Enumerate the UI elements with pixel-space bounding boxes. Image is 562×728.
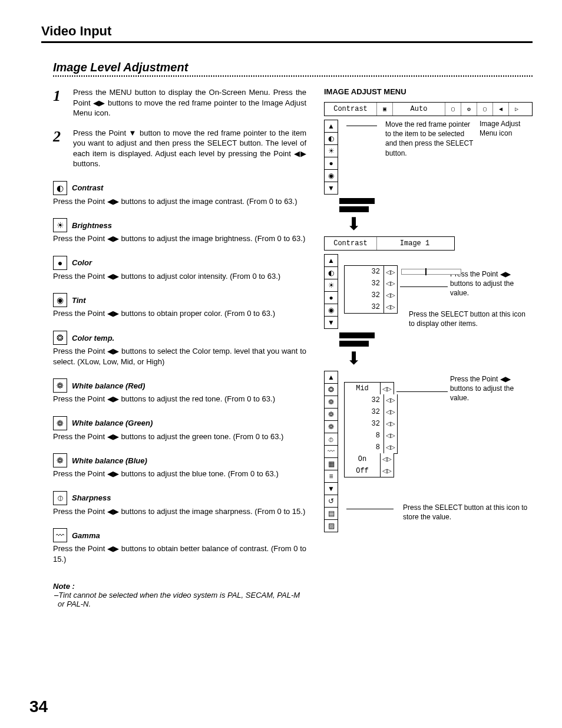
adjustment-wb-green: ❁ White balance (Green) Press the Point … — [53, 416, 306, 442]
menu-icon[interactable]: ▦ — [324, 458, 338, 470]
adjustment-wb-blue: ❁ White balance (Blue) Press the Point ◀… — [53, 453, 306, 479]
adjustment-desc: Press the Point ◀▶ buttons to adjust the… — [53, 506, 306, 517]
osd-icon: ◀ — [493, 103, 509, 116]
adjustment-brightness: ☀ Brightness Press the Point ◀▶ buttons … — [53, 218, 306, 244]
adjustment-tint: ◉ Tint Press the Point ◀▶ buttons to obt… — [53, 293, 306, 319]
color-icon[interactable]: ● — [324, 157, 338, 170]
slider[interactable] — [401, 269, 461, 275]
adjustment-desc: Press the Point ◀▶ buttons to obtain pro… — [53, 308, 306, 319]
value-box: Mid — [344, 382, 381, 395]
lr-adjust[interactable]: ◁▷ — [384, 394, 398, 407]
up-arrow-icon[interactable]: ▲ — [324, 371, 338, 384]
osd-auto-label: Auto — [393, 103, 445, 116]
adjustment-label: Color — [72, 258, 92, 267]
osd-icon: ▢ — [445, 103, 461, 116]
sharpness-icon: ⦶ — [53, 491, 67, 505]
black-bars — [339, 332, 533, 347]
step-2: 2 Press the Point ▼ button to move the r… — [53, 128, 306, 169]
lr-adjust[interactable]: ◁▷ — [384, 278, 398, 290]
value-box: 32 — [344, 394, 384, 407]
adjustment-desc: Press the Point ◀▶ buttons to adjust the… — [53, 394, 306, 404]
value-box: Off — [344, 465, 381, 477]
contrast-icon[interactable]: ◐ — [324, 267, 338, 279]
lr-adjust[interactable]: ◁▷ — [384, 406, 398, 419]
store-icon[interactable]: ▤ — [324, 508, 338, 520]
adjustment-color: ● Color Press the Point ◀▶ buttons to ad… — [53, 256, 306, 282]
annotation-move: Move the red frame pointer to the item t… — [385, 120, 474, 158]
osd-icon-column: ▲ ◐ ☀ ● ◉ ▼ — [324, 254, 337, 329]
color-icon[interactable]: ● — [324, 292, 338, 304]
osd-icon-column: ▲ ❂ ❁ ❁ ❁ ⦶ 〰 ▦ ≡ ▼ ↺ ▤ ▨ — [324, 371, 337, 532]
colortemp-icon[interactable]: ❂ — [324, 384, 338, 396]
section-title: Image Level Adjustment — [53, 61, 533, 77]
up-arrow-icon[interactable]: ▲ — [324, 120, 338, 133]
down-arrow-icon: ⬇ — [346, 350, 533, 366]
lr-adjust[interactable]: ◁▷ — [381, 382, 394, 395]
value-box: 32 — [344, 265, 384, 278]
gamma-icon[interactable]: 〰 — [324, 446, 338, 458]
value-box: 32 — [344, 406, 384, 419]
lr-adjust[interactable]: ◁▷ — [384, 265, 398, 278]
wb-blue-icon[interactable]: ❁ — [324, 421, 338, 433]
down-arrow-icon: ⬇ — [346, 216, 533, 232]
osd-icon: ❂ — [461, 103, 477, 116]
lr-adjust[interactable]: ◁▷ — [384, 301, 398, 314]
adjustment-label: Brightness — [72, 221, 112, 230]
down-arrow-icon[interactable]: ▼ — [324, 317, 338, 329]
adjustment-desc: Press the Point ◀▶ buttons to adjust the… — [53, 233, 306, 244]
wb-green-icon[interactable]: ❁ — [324, 409, 338, 421]
brightness-icon[interactable]: ☀ — [324, 145, 338, 157]
lr-adjust[interactable]: ◁▷ — [384, 442, 398, 454]
value-box: 8 — [344, 430, 384, 442]
adjustment-desc: Press the Point ◀▶ buttons to adjust the… — [53, 196, 306, 207]
down-arrow-icon[interactable]: ▼ — [324, 182, 338, 195]
osd-top-bar: Contrast ▣ Auto ▢ ❂ ▢ ◀ ▷ — [324, 102, 533, 116]
value-box: 32 — [344, 278, 384, 290]
note-text: –Tint cannot be selected when the video … — [58, 591, 306, 608]
value-box: On — [344, 453, 381, 466]
osd-icon: ▷ — [509, 103, 524, 116]
brightness-icon[interactable]: ☀ — [324, 279, 338, 292]
note-title: Note : — [53, 582, 306, 591]
annotation-point: Press the Point ◀▶ buttons to adjust the… — [450, 269, 533, 298]
tint-icon[interactable]: ◉ — [324, 170, 338, 182]
quit-icon[interactable]: ▨ — [324, 520, 338, 532]
adjustment-desc: Press the Point ◀▶ buttons to select the… — [53, 346, 306, 367]
adjustment-label: Tint — [72, 296, 86, 305]
reset-icon[interactable]: ↺ — [324, 495, 338, 508]
osd-icon: ▢ — [477, 103, 493, 116]
value-box: 32 — [344, 289, 384, 302]
annotation-select-store: Press the SELECT button at this icon to … — [403, 503, 533, 522]
brightness-icon: ☀ — [53, 218, 67, 232]
tint-icon[interactable]: ◉ — [324, 304, 338, 317]
right-column: IMAGE ADJUST MENU Contrast ▣ Auto ▢ ❂ ▢ … — [324, 87, 533, 608]
lr-adjust[interactable]: ◁▷ — [384, 418, 398, 430]
adjustment-sharpness: ⦶ Sharpness Press the Point ◀▶ buttons t… — [53, 491, 306, 517]
wb-red-icon[interactable]: ❁ — [324, 396, 338, 409]
step-text: Press the MENU button to display the On-… — [73, 87, 306, 118]
step-number: 1 — [53, 87, 65, 118]
menu-icon[interactable]: ≡ — [324, 470, 338, 483]
adjustment-label: Sharpness — [72, 493, 111, 502]
adjustment-desc: Press the Point ◀▶ buttons to adjust the… — [53, 431, 306, 442]
lr-adjust[interactable]: ◁▷ — [384, 430, 398, 442]
left-column: 1 Press the MENU button to display the O… — [53, 87, 306, 608]
lr-adjust[interactable]: ◁▷ — [384, 289, 398, 302]
lr-adjust[interactable]: ◁▷ — [381, 453, 394, 466]
page-number: 34 — [29, 697, 48, 716]
osd-image1-label: Image 1 — [389, 237, 441, 250]
adjustment-desc: Press the Point ◀▶ buttons to adjust the… — [53, 469, 306, 479]
up-arrow-icon[interactable]: ▲ — [324, 254, 338, 267]
adjustment-gamma: 〰 Gamma Press the Point ◀▶ buttons to ob… — [53, 528, 306, 564]
step-text: Press the Point ▼ button to move the red… — [73, 128, 306, 169]
contrast-icon[interactable]: ◐ — [324, 133, 338, 145]
down-arrow-icon[interactable]: ▼ — [324, 483, 338, 495]
adjustment-desc: Press the Point ◀▶ buttons to adjust col… — [53, 271, 306, 282]
lr-adjust[interactable]: ◁▷ — [381, 465, 394, 477]
adjustment-contrast: ◐ Contrast Press the Point ◀▶ buttons to… — [53, 181, 306, 207]
osd-contrast-label: Contrast — [325, 237, 377, 250]
sharpness-icon[interactable]: ⦶ — [324, 433, 338, 446]
colortemp-icon: ❂ — [53, 331, 67, 345]
adjustment-label: White balance (Red) — [72, 381, 145, 390]
adjustment-colortemp: ❂ Color temp. Press the Point ◀▶ buttons… — [53, 331, 306, 367]
